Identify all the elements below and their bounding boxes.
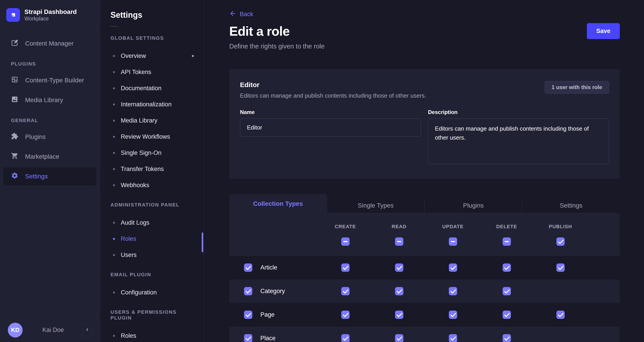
nav-item-content-type-builder[interactable]: Content-Type Builder [3,71,96,89]
tab-collection-types[interactable]: Collection Types [229,194,327,213]
nav-item-label: Settings [25,173,48,180]
subnav-item-documentation[interactable]: Documentation [100,80,204,96]
description-textarea[interactable]: Editors can manage and publish contents … [428,118,609,164]
tab-single-types[interactable]: Single Types [327,198,424,213]
column-update: Update [426,213,480,256]
cell-delete [480,334,534,342]
bullet-icon [113,291,115,293]
delete-checkbox[interactable] [502,287,511,295]
nav-item-settings[interactable]: Settings [3,167,96,185]
create-checkbox[interactable] [341,311,350,319]
delete-checkbox[interactable] [502,263,511,272]
read-checkbox[interactable] [395,263,403,272]
strapi-logo-icon [6,8,20,22]
row-name-cell: Category [229,287,318,295]
update-checkbox[interactable] [449,334,457,342]
subnav-scrollbar-thumb[interactable] [202,233,203,252]
create-checkbox[interactable] [341,263,350,272]
read-select-all-checkbox[interactable] [395,237,403,246]
role-fields: Name Description Editors can manage and … [240,109,609,165]
cell-update [426,287,480,295]
collapse-sidebar-button[interactable] [82,323,92,337]
nav-item-label: Plugins [25,133,46,140]
content-manager-icon [11,39,18,48]
subnav-group-administration-panel: ADMINISTRATION PANEL [100,202,204,208]
subnav-item-label: Transfer Tokens [121,165,164,173]
cell-delete [480,287,534,295]
permissions-header-row: Create Read Update Delete [229,213,620,256]
subnav-item-media-library[interactable]: Media Library [100,112,204,129]
chevron-left-icon [84,327,90,333]
nav-item-label: Marketplace [25,153,60,160]
publish-select-all-checkbox[interactable] [556,237,565,246]
nav-item-plugins[interactable]: Plugins [3,128,96,146]
delete-checkbox[interactable] [502,311,511,319]
update-select-all-checkbox[interactable] [449,237,457,246]
cell-read [372,263,426,272]
read-checkbox[interactable] [395,287,403,295]
user-name: Kai Doe [42,326,64,333]
notification-dot [192,55,194,57]
subnav-item-api-tokens[interactable]: API Tokens [100,64,204,80]
delete-checkbox[interactable] [502,334,511,342]
tab-plugins[interactable]: Plugins [424,198,522,213]
bullet-icon [113,222,115,224]
subnav-item-roles[interactable]: Roles [100,231,204,247]
settings-subnav: Settings GLOBAL SETTINGS Overview API To… [100,0,204,342]
row-name-cell: Place [229,334,318,342]
delete-select-all-checkbox[interactable] [502,237,511,246]
tab-settings[interactable]: Settings [522,198,620,213]
read-checkbox[interactable] [395,311,403,319]
update-checkbox[interactable] [449,311,457,319]
bullet-icon [113,335,115,337]
permission-row-article: Article [229,256,620,279]
publish-checkbox[interactable] [556,311,565,319]
create-select-all-checkbox[interactable] [341,237,350,246]
nav-item-media-library[interactable]: Media Library [3,91,96,109]
permission-row-page: Page [229,303,620,326]
nav-item-marketplace[interactable]: Marketplace [3,148,96,165]
row-select-checkbox[interactable] [244,263,252,272]
role-card-header: Editor Editors can manage and publish co… [240,81,609,99]
subnav-item-overview[interactable]: Overview [100,48,204,64]
row-select-checkbox[interactable] [244,311,252,319]
create-checkbox[interactable] [341,334,350,342]
save-button[interactable]: Save [587,23,620,39]
subnav-item-users[interactable]: Users [100,247,204,263]
subnav-item-review-workflows[interactable]: Review Workflows [100,129,204,145]
subnav-divider [110,26,117,27]
update-checkbox[interactable] [449,287,457,295]
image-icon [11,96,18,105]
nav-section-plugins: PLUGINS [3,61,96,67]
cell-publish [534,311,587,319]
column-label: Delete [496,224,517,230]
back-link[interactable]: Back [229,10,253,19]
subnav-title: Settings [100,0,204,20]
subnav-item-transfer-tokens[interactable]: Transfer Tokens [100,161,204,177]
create-checkbox[interactable] [341,287,350,295]
cell-create [318,263,372,272]
subnav-item-single-sign-on[interactable]: Single Sign-On [100,145,204,161]
subnav-item-up-roles[interactable]: Roles [100,328,204,342]
cell-publish [534,287,587,295]
users-with-role-button[interactable]: 1 user with this role [545,81,609,94]
workspace-header[interactable]: Strapi Dashboard Workplace [0,0,100,30]
read-checkbox[interactable] [395,334,403,342]
name-input[interactable] [240,118,421,137]
subnav-item-configuration[interactable]: Configuration [100,284,204,300]
nav-item-content-manager[interactable]: Content Manager [3,35,96,53]
subnav-item-label: Roles [121,332,136,339]
bullet-icon [113,71,115,73]
subnav-item-webhooks[interactable]: Webhooks [100,177,204,193]
row-select-checkbox[interactable] [244,287,252,295]
cell-publish [534,334,587,342]
role-title: Editor [240,81,426,89]
subnav-item-audit-logs[interactable]: Audit Logs [100,215,204,231]
update-checkbox[interactable] [449,263,457,272]
row-select-checkbox[interactable] [244,334,252,342]
publish-checkbox[interactable] [556,263,565,272]
header-name-spacer [229,213,318,256]
bullet-icon [113,238,115,240]
subnav-item-label: API Tokens [121,69,151,76]
subnav-item-internationalization[interactable]: Internationalization [100,96,204,112]
